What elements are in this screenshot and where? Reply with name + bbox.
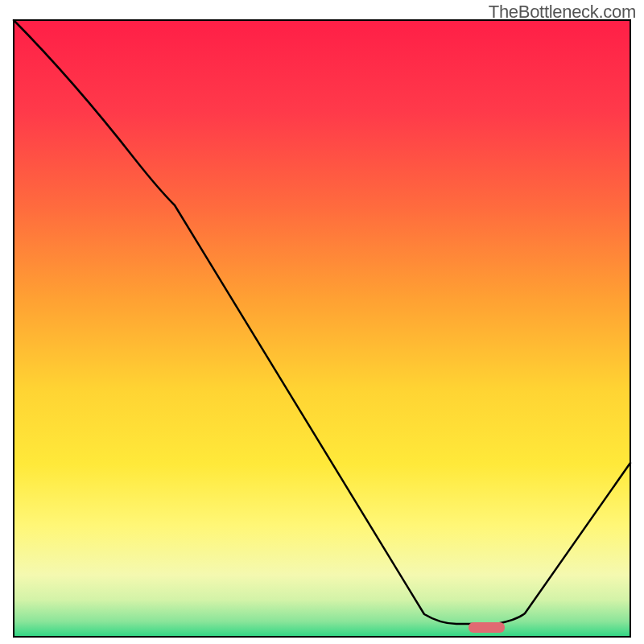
chart-svg <box>14 20 630 637</box>
chart-area <box>14 20 630 637</box>
optimal-marker <box>469 622 505 633</box>
watermark-text: TheBottleneck.com <box>489 2 636 23</box>
gradient-background <box>14 20 630 637</box>
